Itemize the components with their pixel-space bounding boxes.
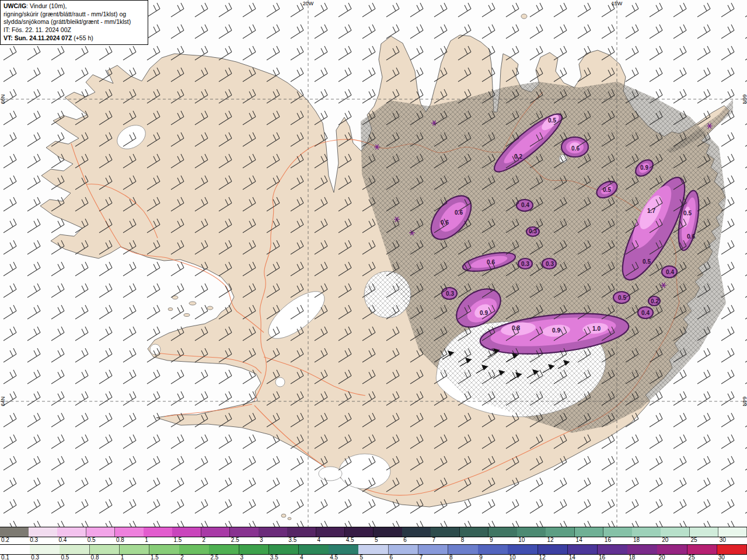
legend-label: 4.5 <box>346 537 354 543</box>
legend-label: 7 <box>420 554 423 560</box>
snow-scale-labels: 0.20.30.40.50.811.522.533.544.5567891012… <box>0 537 747 544</box>
legend-segment <box>374 527 403 537</box>
legend-label: 0.2 <box>1 537 9 543</box>
legend-segment <box>460 527 489 537</box>
legend-label: 18 <box>633 537 640 543</box>
wind-barb-field <box>0 0 747 527</box>
legend-label: 14 <box>569 554 575 560</box>
parallel-label: 66N <box>742 94 747 104</box>
legend-label: 30 <box>720 537 726 543</box>
legend-label: 1 <box>145 537 148 543</box>
iceland-weather-map: 0.50.20.60.90.51.70.50.40.60.60.30.60.60… <box>0 0 747 527</box>
legend-label: 3 <box>260 537 263 543</box>
legend-segment <box>418 545 449 554</box>
weather-map-page: { "header": { "product_bold": "UWC/IG", … <box>0 0 747 560</box>
legend-label: 2.5 <box>210 554 218 560</box>
valid-time: VT: Sun. 24.11.2024 07Z (+55 h) <box>4 34 145 43</box>
legend-label: 25 <box>689 554 695 560</box>
legend-segment <box>389 545 419 554</box>
legend-label: 10 <box>518 537 525 543</box>
legend-segment <box>316 527 345 537</box>
legend-segment <box>517 527 546 537</box>
legend-segment <box>179 545 210 554</box>
legend-label: 1.5 <box>151 554 159 560</box>
legend-label: 14 <box>576 537 582 543</box>
legend-label: 10 <box>509 554 515 560</box>
legend-label: 30 <box>718 554 725 560</box>
legend-label: 0.3 <box>30 537 38 543</box>
legend-label: 4.5 <box>330 554 338 560</box>
title-line-snow: slydda/snjókoma (grátt/bleikt/grænt - mm… <box>4 18 145 26</box>
legend-label: 16 <box>599 554 605 560</box>
title-line-rain: rigning/skúrir (grænt/blátt/rautt - mm/1… <box>4 10 145 19</box>
legend-segment <box>30 545 60 554</box>
legend-label: 0.8 <box>91 554 99 560</box>
parallel-label: 64N <box>742 397 747 407</box>
legend-label: 3.5 <box>288 537 296 543</box>
meridian-label: 15W <box>612 1 623 6</box>
legend-segment <box>115 527 144 537</box>
legend-segment <box>546 527 575 537</box>
legend-segment <box>661 527 690 537</box>
legend-segment <box>402 527 431 537</box>
legend-label: 25 <box>691 537 697 543</box>
legend-label: 7 <box>432 537 435 543</box>
legend-segment <box>172 527 201 537</box>
title-box: UWC/IG: Vindur (10m), rigning/skúrir (gr… <box>0 0 148 45</box>
legend-segment <box>538 545 568 554</box>
legend-segment <box>86 527 116 537</box>
legend-label: 2 <box>203 537 206 543</box>
legend-label: 0.5 <box>61 554 69 560</box>
legend-segment <box>632 527 661 537</box>
legend-segment <box>269 545 299 554</box>
legend-segment <box>0 545 30 554</box>
product-code: UWC/IG <box>4 2 26 9</box>
rain-scale-labels: 0.10.30.50.811.522.533.544.5567891012141… <box>0 555 747 560</box>
parallel-label: 66N <box>0 94 6 104</box>
legend-label: 2 <box>180 554 184 560</box>
legend-label: 1 <box>121 554 124 560</box>
legend: 0.20.30.40.50.811.522.533.544.5567891012… <box>0 527 747 560</box>
legend-segment <box>687 545 718 554</box>
title-line-product: UWC/IG: Vindur (10m), <box>4 2 145 10</box>
snow-scale-bar <box>0 527 747 537</box>
legend-segment <box>149 545 180 554</box>
legend-segment <box>718 527 747 537</box>
legend-segment <box>201 527 231 537</box>
valid-time-bold: VT: Sun. 24.11.2024 07Z <box>4 34 72 41</box>
legend-segment <box>209 545 239 554</box>
legend-segment <box>431 527 460 537</box>
init-time: IT: Fös. 22. 11. 2024 00Z <box>4 26 145 34</box>
legend-label: 2.5 <box>231 537 239 543</box>
legend-label: 4 <box>300 554 303 560</box>
legend-segment <box>568 545 598 554</box>
legend-label: 12 <box>547 537 553 543</box>
legend-segment <box>259 527 288 537</box>
legend-segment <box>508 545 538 554</box>
legend-segment <box>478 545 508 554</box>
legend-segment <box>657 545 687 554</box>
legend-label: 0.3 <box>31 554 39 560</box>
legend-segment <box>575 527 604 537</box>
legend-label: 20 <box>658 554 665 560</box>
valid-time-rest: (+55 h) <box>72 34 93 41</box>
legend-segment <box>717 545 747 554</box>
legend-label: 0.5 <box>88 537 96 543</box>
rain-scale-bar <box>0 544 747 555</box>
legend-segment <box>358 545 389 554</box>
meridian-label: 20W <box>303 1 314 6</box>
legend-label: 8 <box>461 537 465 543</box>
legend-segment <box>144 527 173 537</box>
legend-segment <box>120 545 150 554</box>
legend-segment <box>627 545 658 554</box>
parallel-label: 64N <box>0 397 6 407</box>
legend-segment <box>230 527 259 537</box>
legend-segment <box>448 545 479 554</box>
legend-segment <box>287 527 316 537</box>
map-area: 0.50.20.60.90.51.70.50.40.60.60.30.60.60… <box>0 0 747 527</box>
legend-label: 8 <box>449 554 453 560</box>
legend-segment <box>60 545 90 554</box>
legend-label: 1.5 <box>173 537 181 543</box>
legend-label: 0.4 <box>58 537 67 543</box>
legend-label: 18 <box>629 554 635 560</box>
